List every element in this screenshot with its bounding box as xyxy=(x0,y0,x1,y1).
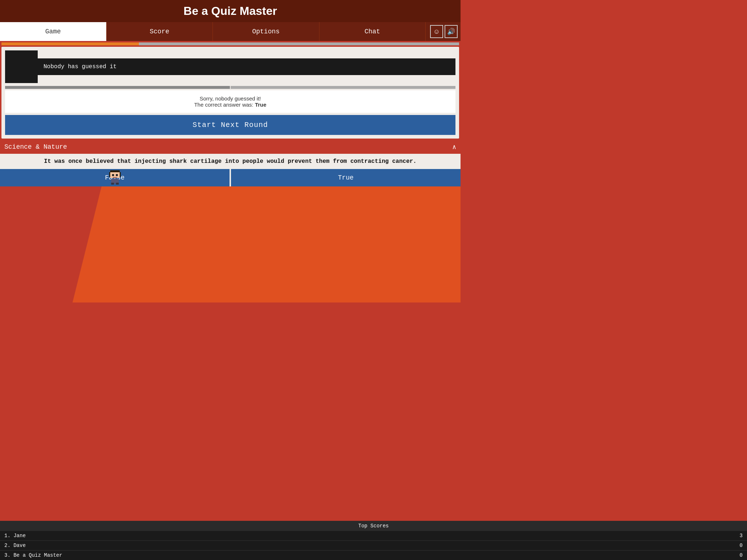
diagonal-orange xyxy=(73,186,461,302)
tab-score[interactable]: Score xyxy=(107,22,213,41)
decorative-section xyxy=(0,186,461,302)
svg-rect-5 xyxy=(113,177,117,178)
tab-game[interactable]: Game xyxy=(0,22,107,41)
category-name: Science & Nature xyxy=(4,143,67,151)
nav-bar: Game Score Options Chat ☺ 🔊 xyxy=(0,22,461,41)
svg-rect-7 xyxy=(120,172,121,177)
player-avatar-false xyxy=(107,169,123,186)
avatar-box xyxy=(5,50,38,83)
question-area: It was once believed that injecting shar… xyxy=(0,154,461,169)
question-text: It was once believed that injecting shar… xyxy=(6,158,455,165)
nav-icons: ☺ 🔊 xyxy=(426,22,461,41)
game-content: Nobody has guessed it Sorry, nobody gues… xyxy=(1,47,459,139)
svg-rect-9 xyxy=(111,183,114,185)
progress-bar-inner xyxy=(1,42,139,45)
emoji-icon: ☺ xyxy=(433,28,440,36)
answer-buttons: False xyxy=(0,169,461,186)
timer-bars xyxy=(5,86,455,89)
sorry-area: Sorry, nobody guessed it! The correct an… xyxy=(5,90,455,113)
progress-bar-outer xyxy=(1,42,459,45)
tab-chat[interactable]: Chat xyxy=(319,22,426,41)
title-bar: Be a Quiz Master xyxy=(0,0,461,22)
nobody-guessed-text: Nobody has guessed it xyxy=(44,63,117,70)
sound-button[interactable]: 🔊 xyxy=(445,25,458,38)
answer-false-button[interactable]: False xyxy=(0,169,231,186)
correct-answer-text: The correct answer was: True xyxy=(10,102,450,108)
answer-true-button[interactable]: True xyxy=(231,169,461,186)
svg-rect-6 xyxy=(109,172,110,177)
svg-rect-10 xyxy=(116,183,119,185)
emoji-button[interactable]: ☺ xyxy=(430,25,443,38)
svg-rect-0 xyxy=(110,170,119,172)
svg-rect-3 xyxy=(112,174,114,176)
svg-rect-4 xyxy=(116,174,117,176)
progress-area xyxy=(0,41,461,45)
guess-area: Nobody has guessed it xyxy=(5,50,455,83)
timer-bar-left xyxy=(5,86,230,89)
sorry-text: Sorry, nobody guessed it! xyxy=(10,95,450,102)
page-title: Be a Quiz Master xyxy=(0,4,461,18)
timer-bar-right xyxy=(231,86,455,89)
start-next-round-button[interactable]: Start Next Round xyxy=(5,115,455,135)
nobody-guessed-bar: Nobody has guessed it xyxy=(38,58,455,75)
chevron-up-icon: ∧ xyxy=(452,143,456,151)
category-bar: Science & Nature ∧ xyxy=(0,140,461,154)
tab-options[interactable]: Options xyxy=(213,22,319,41)
sound-icon: 🔊 xyxy=(447,28,455,36)
